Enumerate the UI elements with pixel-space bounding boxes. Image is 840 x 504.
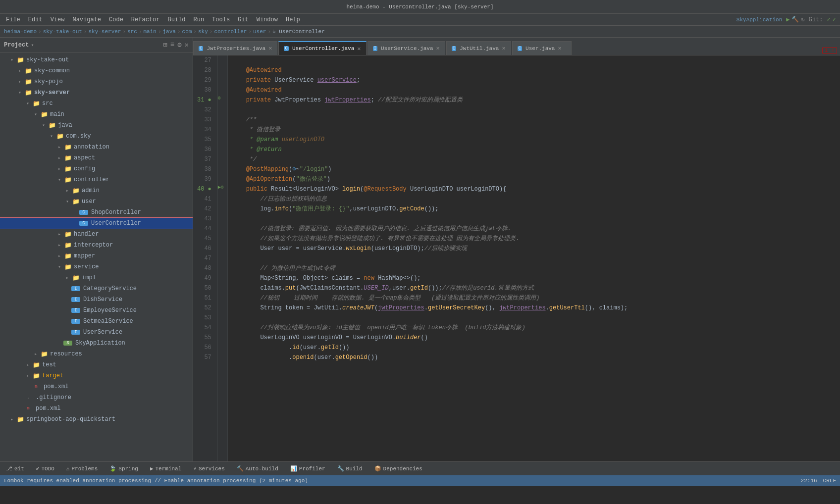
tree-item-gitignore[interactable]: . .gitignore <box>0 392 193 403</box>
tree-item-category-service[interactable]: I CategoryService <box>0 283 193 294</box>
code-line-55: UserLoginVO userLoginVO = UserLoginVO.bu… <box>232 333 836 343</box>
code-line-47 <box>232 253 836 263</box>
window-title: heima-demo - UserController.java [sky-se… <box>346 4 493 10</box>
tree-item-test[interactable]: ▸ 📁 test <box>0 359 193 370</box>
todo-icon: ✔ <box>36 465 40 472</box>
tree-item-service[interactable]: ▾ 📁 service <box>0 261 193 272</box>
bottom-tab-profiler[interactable]: 📊 Profiler <box>284 463 331 474</box>
tree-item-employee-service[interactable]: I EmployeeService <box>0 305 193 316</box>
cursor-position: 22:16 <box>801 478 817 484</box>
tree-item-sky-application[interactable]: S SkyApplication <box>0 338 193 349</box>
tree-item-main[interactable]: ▾ 📁 main <box>0 109 193 120</box>
tree-item-handler[interactable]: ▸ 📁 handler <box>0 229 193 240</box>
code-line-41: //日志输出授权码的信息 <box>232 194 836 204</box>
tree-item-target[interactable]: ▸ 📁 target <box>0 370 193 381</box>
code-line-27 <box>232 55 836 65</box>
code-line-36: * @return <box>232 145 836 154</box>
code-line-54: //封装响应结果为vo对象: id主键值 openid用户唯一标识 token令… <box>232 323 836 333</box>
sidebar-header: Project ▾ ⊞ ≡ ⚙ ✕ <box>0 38 193 52</box>
sidebar-icon-collapse[interactable]: ≡ <box>170 41 174 49</box>
menu-refactor[interactable]: Refactor <box>127 15 164 24</box>
tree-item-src[interactable]: ▾ 📁 src <box>0 98 193 109</box>
tree-item-com-sky[interactable]: ▾ 📁 com.sky <box>0 131 193 142</box>
menu-tools[interactable]: Tools <box>208 15 234 24</box>
menu-build[interactable]: Build <box>163 15 189 24</box>
bottom-tab-build[interactable]: 🔧 Build <box>331 463 368 474</box>
spring-icon: 🍃 <box>109 465 116 472</box>
sidebar-icon-close[interactable]: ✕ <box>185 41 189 49</box>
status-message: Lombok requires enabled annotation proce… <box>4 478 801 484</box>
tab-user[interactable]: C User.java ✕ <box>512 41 572 55</box>
bottom-tab-dependencies[interactable]: 📦 Dependencies <box>368 463 428 474</box>
tab-jwt-util[interactable]: C JwtUtil.java ✕ <box>446 41 511 55</box>
main-layout: Project ▾ ⊞ ≡ ⚙ ✕ ▾ 📁 sky-take-out ▸ 📁 s… <box>0 38 840 461</box>
menu-code[interactable]: Code <box>105 15 127 24</box>
tree-item-java[interactable]: ▾ 📁 java <box>0 120 193 131</box>
menu-view[interactable]: View <box>47 15 69 24</box>
code-line-38: @PostMapping(⊕~"/login") <box>232 164 836 174</box>
tab-user-service[interactable]: I UserService.java ✕ <box>368 41 445 55</box>
menu-navigate[interactable]: Navigate <box>68 15 105 24</box>
status-right: 22:16 CRLF <box>801 478 836 484</box>
tree-item-mapper[interactable]: ▸ 📁 mapper <box>0 251 193 261</box>
tree-item-setmeal-service[interactable]: I SetmealService <box>0 316 193 327</box>
tree-item-sky-common[interactable]: ▸ 📁 sky-common <box>0 65 193 76</box>
tree-item-config[interactable]: ▸ 📁 config <box>0 163 193 174</box>
code-line-31: private JwtProperties jwtProperties; //配… <box>232 95 836 105</box>
menu-git[interactable]: Git <box>234 15 253 24</box>
tree-item-admin[interactable]: ▸ 📁 admin <box>0 185 193 196</box>
code-line-28: @Autowired <box>232 65 836 75</box>
bottom-tab-git[interactable]: ⎇ Git <box>0 463 30 474</box>
code-line-35: * @param userLoginDTO <box>232 135 836 145</box>
tree-item-sky-server[interactable]: ▾ 📁 sky-server <box>0 87 193 98</box>
code-line-49: Map<String, Object> claims = new HashMap… <box>232 273 836 283</box>
menu-file[interactable]: File <box>2 15 24 24</box>
tree-item-impl[interactable]: ▸ 📁 impl <box>0 272 193 283</box>
tree-item-interceptor[interactable]: ▸ 📁 interceptor <box>0 240 193 251</box>
profiler-icon: 📊 <box>290 465 297 472</box>
bottom-tab-todo[interactable]: ✔ TODO <box>30 463 60 474</box>
tree-item-springboot-aop[interactable]: ▸ 📁 springboot-aop-quickstart <box>0 414 193 425</box>
bottom-tab-auto-build[interactable]: 🔨 Auto-build <box>231 463 284 474</box>
menu-window[interactable]: Window <box>253 15 282 24</box>
tab-jwt-properties[interactable]: C JwtProperties.java ✕ <box>193 41 277 55</box>
tree-item-controller[interactable]: ▾ 📁 controller <box>0 174 193 185</box>
sidebar-icon-layout[interactable]: ⊞ <box>163 41 167 49</box>
bottom-tab-problems[interactable]: ⚠ Problems <box>60 463 104 474</box>
tree-item-shop-controller[interactable]: C ShopController <box>0 207 193 218</box>
bottom-tab-spring[interactable]: 🍃 Spring <box>104 463 144 474</box>
sidebar-icon-settings[interactable]: ⚙ <box>177 41 181 49</box>
editor-content[interactable]: 27 28 29 30 31 ● 32 33 34 35 36 37 38 39… <box>193 55 840 461</box>
tree-item-dish-service[interactable]: I DishService <box>0 294 193 305</box>
menu-edit[interactable]: Edit <box>24 15 47 24</box>
bottom-bar: ⎇ Git ✔ TODO ⚠ Problems 🍃 Spring ▶ Termi… <box>0 461 840 475</box>
menu-help[interactable]: Help <box>282 15 304 24</box>
build-icon: 🔧 <box>337 465 344 472</box>
menu-run[interactable]: Run <box>189 15 208 24</box>
tree-item-user-service[interactable]: I UserService <box>0 327 193 338</box>
tree-item-pom-xml-server[interactable]: m pom.xml <box>0 381 193 392</box>
code-line-50: claims.put(JwtClaimsConstant.USER_ID,use… <box>232 283 836 293</box>
menu-bar: File Edit View Navigate Code Refactor Bu… <box>0 14 840 26</box>
code-line-43 <box>232 214 836 224</box>
code-line-39: @ApiOperation("微信登录") <box>232 174 836 184</box>
tree-item-user[interactable]: ▾ 📁 user <box>0 196 193 207</box>
code-line-51: //秘钥 过期时间 存储的数据. 是一个map集合类型 (通过读取配置文件所对应… <box>232 293 836 303</box>
bottom-tab-services[interactable]: ⚡ Services <box>187 463 230 474</box>
tree-item-sky-take-out[interactable]: ▾ 📁 sky-take-out <box>0 54 193 65</box>
services-icon: ⚡ <box>193 465 197 472</box>
auto-build-icon: 🔨 <box>237 465 244 472</box>
tree-item-pom-xml-root[interactable]: m pom.xml <box>0 403 193 414</box>
code-line-42: log.info("微信用户登录: {}",userLoginDTO.getCo… <box>232 204 836 214</box>
code-line-33: /** <box>232 115 836 125</box>
tree-item-aspect[interactable]: ▸ 📁 aspect <box>0 152 193 163</box>
tree-item-resources[interactable]: ▸ 📁 resources <box>0 349 193 359</box>
editor-gutter: ⚙ ▶⚙ <box>218 55 228 461</box>
tree-item-sky-pojo[interactable]: ▸ 📁 sky-pojo <box>0 76 193 87</box>
tab-user-controller[interactable]: C UserController.java ✕ <box>278 41 366 55</box>
tree-item-user-controller[interactable]: C UserController <box>0 218 193 229</box>
tree-item-annotation[interactable]: ▸ 📁 annotation <box>0 142 193 152</box>
bottom-tab-terminal[interactable]: ▶ Terminal <box>144 463 187 474</box>
code-line-29: private UserService userService; <box>232 75 836 85</box>
code-editor[interactable]: @Autowired private UserService userServi… <box>228 55 840 461</box>
